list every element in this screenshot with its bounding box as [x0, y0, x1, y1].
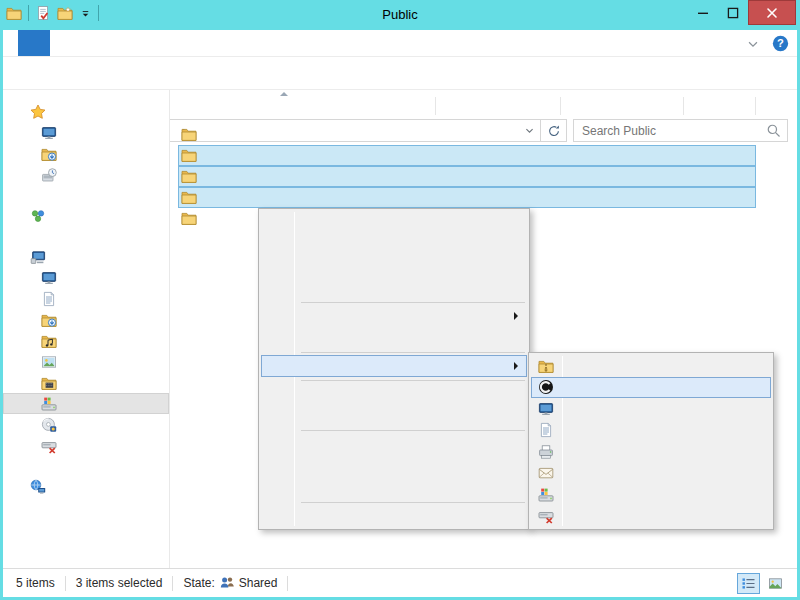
menu-separator [301, 502, 525, 503]
tab-view[interactable] [110, 30, 140, 56]
sidebar-item-disconnected-netwo[interactable] [3, 435, 169, 456]
maximize-button[interactable] [718, 0, 748, 25]
sidebar-item-downloads[interactable] [3, 309, 169, 330]
folder-music-icon [41, 333, 57, 349]
menu-item-create-shortcut[interactable] [261, 433, 527, 455]
maximize-icon [725, 5, 741, 21]
send-to-item-crococryptfile[interactable] [531, 377, 771, 399]
zip-icon [538, 358, 554, 374]
menu-item-open[interactable] [261, 211, 527, 233]
view-list-icon [741, 576, 756, 591]
send-to-item-desktop-create-shortcut-[interactable] [531, 398, 771, 420]
titlebar: Public [0, 0, 800, 30]
folder-icon [181, 168, 197, 184]
file-row-public-documents[interactable] [170, 124, 797, 145]
qat-separator [28, 5, 29, 21]
view-thumb-icon [768, 576, 783, 591]
shared-people-icon [219, 575, 235, 591]
sidebar-item-this-pc[interactable] [3, 246, 169, 267]
menu-item-open-in-new-window[interactable] [261, 233, 527, 255]
recent-icon [41, 167, 57, 183]
file-row-public-pictures[interactable] [170, 187, 797, 208]
sidebar-item-desktop[interactable] [3, 122, 169, 143]
menu-item-send-to[interactable] [261, 355, 527, 377]
state-value: Shared [239, 576, 278, 590]
sidebar-item-cd-drive-d-virtual[interactable] [3, 414, 169, 435]
send-to-item-local-disk-c-[interactable] [531, 484, 771, 506]
send-to-item-documents[interactable] [531, 420, 771, 442]
fax-icon [538, 444, 554, 460]
column-divider[interactable] [683, 97, 684, 115]
qat-customize-caret-icon[interactable] [79, 7, 92, 20]
file-row-public-downloads[interactable] [170, 145, 797, 166]
help-icon[interactable]: ? [772, 35, 789, 52]
context-menu [258, 208, 530, 530]
menu-item-add-to-windows-media-player-list[interactable] [261, 255, 527, 277]
folder-down-icon [41, 146, 57, 162]
send-to-item-compressed-zipped-folder[interactable] [531, 355, 771, 377]
folder-icon [181, 126, 197, 142]
picture-icon [41, 354, 57, 370]
close-icon [764, 5, 780, 21]
status-divider [65, 576, 66, 591]
navigation-bar: ▸▸▸▸ [3, 57, 797, 90]
send-to-item-fax-recipient[interactable] [531, 441, 771, 463]
menu-item-copy[interactable] [261, 405, 527, 427]
tab-file[interactable] [18, 30, 50, 56]
view-list-button[interactable] [737, 573, 760, 594]
window-title: Public [382, 7, 417, 22]
view-thumb-button[interactable] [764, 573, 787, 594]
sidebar-item-pictures[interactable] [3, 351, 169, 372]
selection-highlight [178, 187, 756, 208]
view-toggle-buttons [737, 573, 787, 594]
status-divider [172, 576, 173, 591]
properties-icon[interactable] [35, 5, 51, 21]
new-folder-icon[interactable] [57, 5, 73, 21]
sidebar-item-favorites[interactable] [3, 101, 169, 122]
menu-item-play-with-windows-media-player[interactable] [261, 277, 527, 299]
send-to-item-mail-recipient[interactable] [531, 463, 771, 485]
menu-item-delete[interactable] [261, 455, 527, 477]
explorer-folder-icon[interactable] [6, 5, 22, 21]
chevron-down-icon[interactable] [746, 37, 760, 51]
tab-share[interactable] [80, 30, 110, 56]
drive-icon [538, 487, 554, 503]
selection-highlight [178, 145, 756, 166]
sidebar-item-local-disk-c-[interactable] [3, 393, 169, 414]
sidebar-item-music[interactable] [3, 330, 169, 351]
window-controls [688, 0, 796, 26]
minimize-button[interactable] [688, 0, 718, 25]
monitor-icon [41, 270, 57, 286]
menu-item-cut[interactable] [261, 383, 527, 405]
sidebar-item-recent-places[interactable] [3, 164, 169, 185]
svg-text:?: ? [777, 37, 784, 49]
ribbon-tab-bar: ? [3, 30, 797, 57]
cd-icon [41, 417, 57, 433]
croco-icon [538, 379, 554, 395]
column-divider[interactable] [560, 97, 561, 115]
folder-video-icon [41, 375, 57, 391]
sidebar-item-documents[interactable] [3, 288, 169, 309]
explorer-window: Public ? ▸▸▸▸ [0, 0, 800, 600]
file-row-public-music[interactable] [170, 166, 797, 187]
menu-item-share-with[interactable] [261, 305, 527, 327]
qat-separator [98, 5, 99, 21]
menu-item-rename[interactable] [261, 477, 527, 499]
menu-item-properties[interactable] [261, 505, 527, 527]
column-divider[interactable] [755, 97, 756, 115]
sidebar-item-videos[interactable] [3, 372, 169, 393]
menu-item-pin-to-start[interactable] [261, 327, 527, 349]
send-to-item-disconnected-network-drive-e-[interactable] [531, 506, 771, 528]
sidebar-item-desktop[interactable] [3, 267, 169, 288]
tab-home[interactable] [50, 30, 80, 56]
monitor-icon [41, 125, 57, 141]
sidebar-item-downloads[interactable] [3, 143, 169, 164]
document-icon [538, 422, 554, 438]
sidebar-item-network[interactable] [3, 476, 169, 497]
column-divider[interactable] [435, 97, 436, 115]
share-state: State: Shared [183, 575, 277, 591]
sidebar-item-homegroup[interactable] [3, 205, 169, 226]
folder-down-icon [41, 312, 57, 328]
close-button[interactable] [748, 0, 796, 25]
items-count: 5 items [16, 576, 55, 590]
